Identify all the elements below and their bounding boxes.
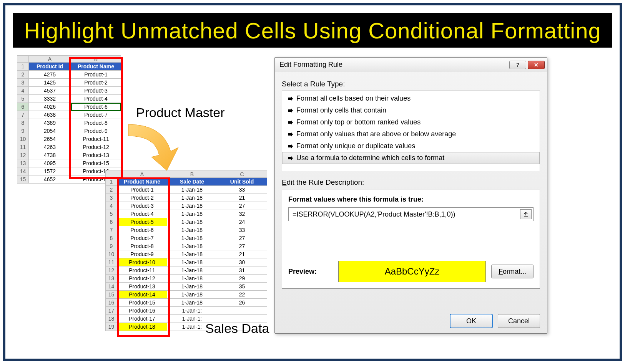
rule-description-box: Format values where this formula is true… [282, 190, 540, 289]
rule-type-item[interactable]: Format all cells based on their values [282, 93, 540, 104]
formula-input[interactable]: =ISERROR(VLOOKUP(A2,'Product Master'!B:B… [288, 207, 534, 221]
page-frame: Highlight Unmatched Cells Using Conditio… [3, 3, 622, 361]
ok-button[interactable]: OK [450, 314, 492, 328]
formula-label: Format values where this formula is true… [288, 195, 534, 204]
dialog-title: Edit Formatting Rule [279, 61, 508, 69]
page-title: Highlight Unmatched Cells Using Conditio… [13, 13, 612, 48]
rule-type-item[interactable]: Format only unique or duplicate values [282, 140, 540, 152]
sales-label: Sales Data [205, 321, 269, 336]
rule-type-item[interactable]: Format only values that are above or bel… [282, 128, 540, 140]
master-sheet: AB1Product IdProduct Name24275Product-13… [17, 55, 121, 184]
rule-type-item[interactable]: Format only top or bottom ranked values [282, 116, 540, 128]
preview-box: AaBbCcYyZz [338, 261, 486, 282]
master-label: Product Master [136, 105, 225, 120]
dialog-titlebar[interactable]: Edit Formatting Rule ? ✕ [275, 58, 547, 72]
preview-label: Preview: [288, 268, 338, 276]
sales-sheet: ABC1Product NameSale DateUnit Sold2Produ… [105, 170, 267, 331]
arrow-icon [121, 121, 182, 174]
formula-text[interactable]: =ISERROR(VLOOKUP(A2,'Product Master'!B:B… [289, 210, 519, 218]
close-button[interactable]: ✕ [528, 61, 545, 69]
help-button[interactable]: ? [509, 61, 526, 69]
collapse-dialog-icon[interactable] [520, 209, 532, 219]
rule-type-item[interactable]: Format only cells that contain [282, 104, 540, 116]
rule-type-label: Select a Rule Type: [282, 80, 540, 88]
cancel-button[interactable]: Cancel [498, 314, 540, 328]
format-button[interactable]: Format... [491, 265, 534, 278]
rule-description-label: Edit the Rule Description: [282, 178, 540, 187]
rule-type-item[interactable]: Use a formula to determine which cells t… [282, 152, 540, 164]
edit-formatting-rule-dialog: Edit Formatting Rule ? ✕ Select a Rule T… [274, 57, 547, 334]
rule-type-list[interactable]: Format all cells based on their valuesFo… [282, 91, 540, 171]
